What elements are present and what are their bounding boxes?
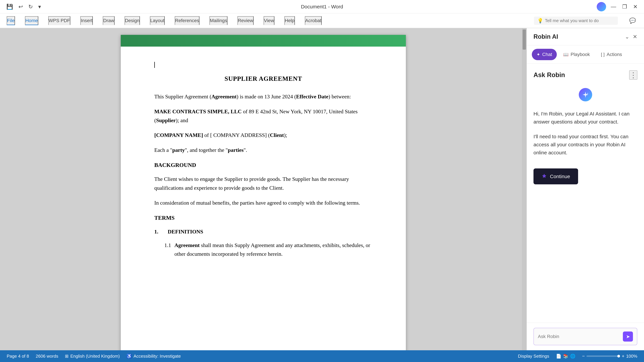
document-page: SUPPLIER AGREEMENT This Supplier Agreeme… — [121, 35, 406, 350]
status-left: Page 4 of 8 2606 words ⊞ English (United… — [7, 354, 181, 359]
language-indicator: ⊞ English (United Kingdom) — [65, 354, 120, 359]
robin-collapse-button[interactable]: ⌄ — [625, 33, 630, 40]
party2-text: of [ COMPANY ADDRESS] ( — [203, 132, 270, 138]
zoom-level: 100% — [626, 354, 638, 359]
continue-icon — [542, 173, 547, 180]
continue-button-label: Continue — [550, 174, 570, 179]
chat-tab-label: Chat — [542, 52, 552, 57]
agreement-def-bold: Agreement — [174, 242, 200, 248]
robin-title: Robin AI — [534, 33, 558, 40]
robin-tabs: ✦ Chat 📖 Playbook [ ] Actions — [527, 45, 644, 64]
save-button[interactable]: 💾 — [5, 2, 14, 11]
user-avatar[interactable] — [597, 2, 606, 11]
tab-draw[interactable]: Draw — [103, 16, 114, 25]
robin-menu-button[interactable]: ⋮ — [629, 70, 637, 80]
document-title: SUPPLIER AGREEMENT — [154, 73, 372, 84]
status-bar: Page 4 of 8 2606 words ⊞ English (United… — [0, 350, 644, 362]
tab-help[interactable]: Help — [284, 16, 295, 25]
actions-tab-label: Actions — [606, 52, 622, 57]
robin-input-box: ➤ — [534, 328, 637, 345]
zoom-out-button[interactable]: − — [582, 354, 585, 359]
zoom-controls: − + 100% — [582, 354, 637, 359]
robin-send-button[interactable]: ➤ — [623, 332, 633, 342]
parties-paragraph: Each a "party", and together the "partie… — [154, 146, 372, 155]
word-count: 2606 words — [36, 354, 58, 359]
redo-button[interactable]: ↻ — [27, 2, 34, 11]
party2-paragraph: [COMPANY NAME] of [ COMPANY ADDRESS] (Cl… — [154, 131, 372, 140]
tab-layout[interactable]: Layout — [150, 16, 165, 25]
more-button[interactable]: ▾ — [37, 2, 42, 11]
title-bar: 💾 ↩ ↻ ▾ Document1 - Word — ❐ ✕ — [0, 0, 644, 13]
ask-robin-header: Ask Robin ⋮ — [534, 70, 637, 80]
restore-button[interactable]: ❐ — [621, 2, 628, 11]
tab-references[interactable]: References — [175, 16, 200, 25]
lightbulb-icon: 💡 — [537, 18, 543, 23]
ribbon-search[interactable]: 💡 — [534, 16, 618, 25]
effective-date-bold: Effective Date — [296, 93, 328, 99]
layout-icon: ⊞ — [65, 354, 68, 359]
accessibility-indicator[interactable]: ♿ Accessibility: Investigate — [126, 354, 181, 359]
tab-file[interactable]: File — [7, 16, 15, 25]
actions-icon: [ ] — [601, 52, 604, 57]
terms-heading: TERMS — [154, 213, 372, 222]
accessibility-text: Accessibility: Investigate — [134, 354, 181, 359]
scrollbar-thumb[interactable] — [522, 29, 526, 50]
supplier-bold: Supplier — [156, 117, 176, 123]
client-bold: Client — [270, 132, 284, 138]
view-icons: 📄 📚 🌐 — [556, 354, 576, 359]
robin-message-area: Hi, I'm Robin, your Legal AI Assistant. … — [534, 88, 637, 316]
tab-acrobat[interactable]: Acrobat — [305, 16, 322, 25]
title-bar-left: 💾 ↩ ↻ ▾ — [5, 2, 42, 11]
close-button[interactable]: ✕ — [632, 2, 639, 11]
search-input[interactable] — [545, 18, 614, 23]
minimize-button[interactable]: — — [610, 2, 618, 11]
tab-actions[interactable]: [ ] Actions — [596, 49, 627, 60]
parties-text-before: Each a " — [154, 147, 172, 153]
document-scroll: SUPPLIER AGREEMENT This Supplier Agreeme… — [0, 28, 526, 350]
ask-robin-title: Ask Robin — [534, 71, 565, 79]
tab-home[interactable]: Home — [25, 16, 38, 25]
tab-playbook[interactable]: 📖 Playbook — [558, 49, 594, 60]
party1-paragraph: MAKE CONTRACTS SIMPLE, LLC of 89 E 42nd … — [154, 107, 372, 125]
robin-input[interactable] — [538, 334, 620, 339]
tab-design[interactable]: Design — [124, 16, 140, 25]
title-bar-right: — ❐ ✕ — [597, 2, 639, 11]
subsection1-1: 1.1 Agreement shall mean this Supply Agr… — [164, 241, 372, 258]
robin-input-area: ➤ — [527, 323, 644, 350]
zoom-in-button[interactable]: + — [622, 354, 624, 359]
tab-mailings[interactable]: Mailings — [210, 16, 228, 25]
robin-sparkle-icon — [579, 88, 592, 101]
intro-paragraph: This Supplier Agreement (Agreement) is m… — [154, 92, 372, 101]
section1-number: 1. — [154, 227, 164, 236]
document-area: SUPPLIER AGREEMENT This Supplier Agreeme… — [0, 28, 526, 350]
tab-review[interactable]: Review — [238, 16, 254, 25]
parties-bold: parties — [228, 147, 244, 153]
tab-wpspdf[interactable]: WPS PDF — [48, 16, 70, 25]
section1: 1. DEFINITIONS — [154, 227, 372, 236]
comment-icon[interactable]: 💬 — [628, 16, 637, 25]
language-text: English (United Kingdom) — [70, 354, 120, 359]
subsection1-1-number: 1.1 — [164, 241, 171, 258]
robin-content: Ask Robin ⋮ Hi, I'm Robin, your Legal AI… — [527, 64, 644, 323]
tab-insert[interactable]: Insert — [80, 16, 93, 25]
web-layout-icon[interactable]: 🌐 — [570, 354, 576, 359]
chat-icon: ✦ — [536, 52, 540, 57]
document-scrollbar[interactable] — [522, 28, 526, 350]
print-layout-icon[interactable]: 📄 — [556, 354, 561, 359]
parties-text-end: ". — [244, 147, 247, 153]
party1-end: ); and — [176, 117, 188, 123]
intro-text-end: ) between: — [328, 93, 351, 99]
robin-panel: Robin AI ⌄ ✕ ✦ Chat 📖 Playbook [ ] Actio… — [526, 28, 644, 350]
read-mode-icon[interactable]: 📚 — [563, 354, 568, 359]
background-heading: BACKGROUND — [154, 161, 372, 170]
display-settings[interactable]: Display Settings — [518, 354, 549, 359]
quick-access-toolbar: 💾 ↩ ↻ ▾ — [5, 2, 42, 11]
continue-button[interactable]: Continue — [534, 168, 578, 184]
tab-view[interactable]: View — [264, 16, 274, 25]
robin-close-button[interactable]: ✕ — [633, 33, 637, 40]
playbook-icon: 📖 — [563, 52, 568, 57]
undo-button[interactable]: ↩ — [17, 2, 24, 11]
party2-name: [COMPANY NAME] — [154, 132, 203, 138]
ribbon: File Home WPS PDF Insert Draw Design Lay… — [0, 13, 644, 28]
tab-chat[interactable]: ✦ Chat — [532, 49, 557, 60]
